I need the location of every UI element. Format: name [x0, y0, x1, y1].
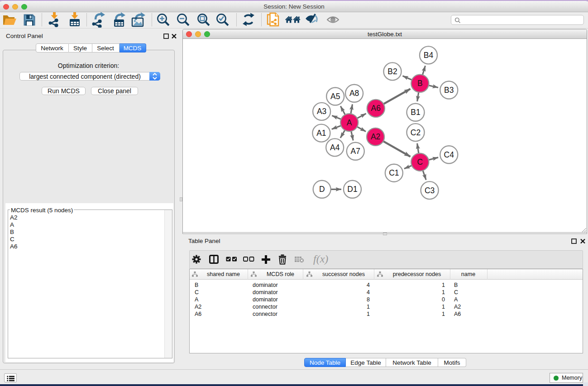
- svg-text:B1: B1: [411, 108, 420, 117]
- svg-text:A: A: [347, 118, 352, 127]
- svg-text:C4: C4: [444, 150, 454, 159]
- svg-text:A7: A7: [351, 147, 360, 156]
- svg-text:C2: C2: [411, 128, 421, 137]
- svg-text:A3: A3: [317, 107, 326, 116]
- svg-text:A2: A2: [371, 132, 380, 141]
- svg-text:D1: D1: [347, 185, 357, 194]
- svg-text:A5: A5: [330, 92, 340, 101]
- svg-text:A1: A1: [316, 129, 326, 138]
- svg-text:A8: A8: [349, 89, 359, 98]
- svg-text:C3: C3: [425, 186, 435, 195]
- svg-text:B3: B3: [444, 86, 454, 95]
- svg-text:C1: C1: [389, 168, 399, 177]
- svg-text:C: C: [417, 157, 423, 167]
- svg-text:B2: B2: [387, 67, 397, 76]
- svg-text:A4: A4: [330, 143, 340, 152]
- svg-text:A6: A6: [371, 104, 381, 113]
- svg-text:B: B: [417, 79, 423, 88]
- svg-text:D: D: [319, 185, 325, 194]
- svg-text:B4: B4: [424, 51, 434, 60]
